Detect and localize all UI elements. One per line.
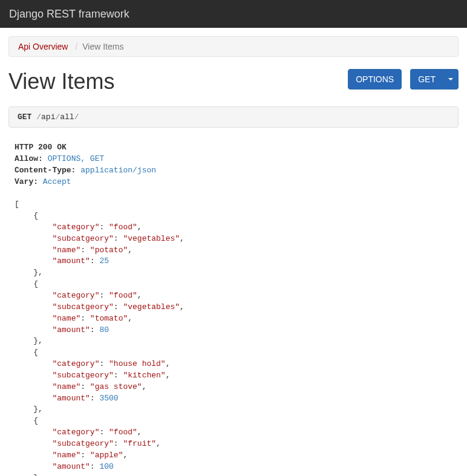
header-row: View Items OPTIONS GET: [8, 69, 459, 94]
request-method: GET: [18, 112, 31, 122]
request-path-1: all: [60, 112, 74, 122]
request-line: GET /api/all/: [8, 106, 459, 128]
get-button-group: GET: [410, 69, 459, 90]
page-title: View Items: [8, 69, 114, 94]
breadcrumb: Api Overview View Items: [8, 36, 459, 57]
get-dropdown-toggle[interactable]: [443, 69, 459, 90]
breadcrumb-item-api-overview: Api Overview: [18, 42, 68, 51]
main-container: Api Overview View Items View Items OPTIO…: [0, 28, 467, 476]
response-body: HTTP 200 OK Allow: OPTIONS, GET Content-…: [8, 140, 459, 476]
breadcrumb-item-current: View Items: [70, 42, 123, 51]
breadcrumb-link-api-overview[interactable]: Api Overview: [18, 42, 68, 51]
navbar: Django REST framework: [0, 0, 467, 28]
action-buttons: OPTIONS GET: [348, 69, 459, 90]
request-path-0: api: [41, 112, 55, 122]
options-button[interactable]: OPTIONS: [348, 69, 402, 90]
navbar-brand[interactable]: Django REST framework: [9, 0, 129, 28]
get-button[interactable]: GET: [410, 69, 443, 90]
chevron-down-icon: [448, 78, 453, 80]
